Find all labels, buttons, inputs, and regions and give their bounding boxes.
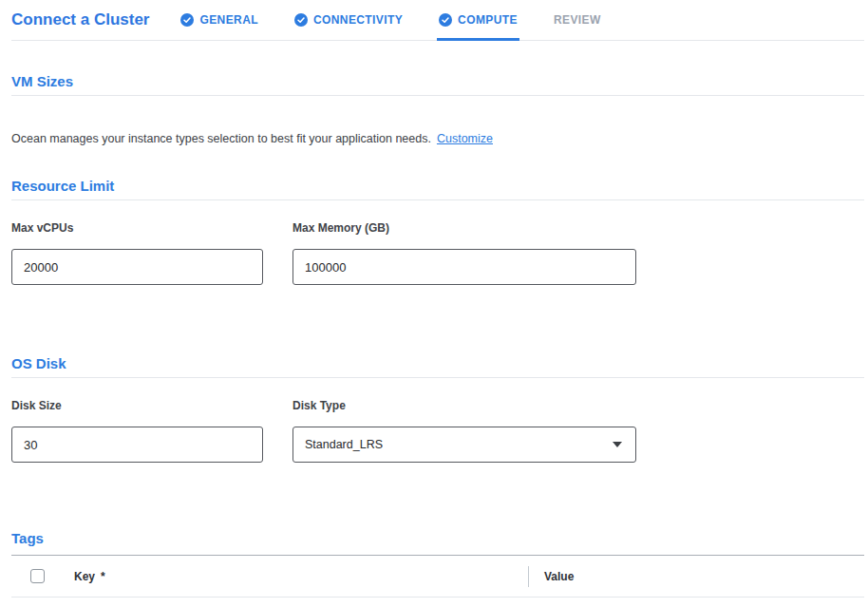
resource-limit-heading: Resource Limit: [11, 179, 864, 200]
max-memory-input[interactable]: [292, 249, 636, 285]
max-memory-label: Max Memory (GB): [292, 221, 636, 235]
wizard-header: Connect a Cluster GENERAL CONNECTIVITY C…: [11, 0, 864, 41]
select-all-checkbox[interactable]: [30, 569, 45, 583]
tab-label: REVIEW: [554, 13, 601, 27]
required-asterisk: *: [101, 570, 105, 583]
vm-sizes-heading: VM Sizes: [11, 74, 864, 96]
tab-review[interactable]: REVIEW: [554, 0, 601, 40]
tab-label: COMPUTE: [458, 13, 518, 27]
page-title: Connect a Cluster: [11, 10, 149, 29]
tab-compute[interactable]: COMPUTE: [439, 0, 518, 40]
disk-size-label: Disk Size: [11, 399, 263, 412]
key-column-header: Key *: [74, 570, 528, 583]
disk-type-selected-value: Standard_LRS: [305, 438, 383, 451]
tab-label: GENERAL: [199, 13, 257, 27]
disk-type-select[interactable]: Standard_LRS: [292, 427, 636, 463]
connect-cluster-wizard: Connect a Cluster GENERAL CONNECTIVITY C…: [0, 0, 868, 607]
column-divider: [528, 566, 529, 587]
os-disk-heading: OS Disk: [11, 356, 864, 378]
os-disk-fields: Disk Size Disk Type Standard_LRS: [11, 399, 864, 463]
disk-type-label: Disk Type: [292, 399, 636, 412]
tab-label: CONNECTIVITY: [313, 13, 403, 27]
tags-heading: Tags: [11, 531, 864, 556]
disk-type-field-group: Disk Type Standard_LRS: [292, 399, 636, 463]
caret-down-icon: [613, 442, 622, 447]
resource-limit-fields: Max vCPUs Max Memory (GB): [11, 221, 864, 285]
value-column-header: Value: [544, 570, 574, 583]
check-circle-icon: [180, 13, 194, 27]
tab-general[interactable]: GENERAL: [180, 0, 257, 40]
key-header-label: Key: [74, 570, 95, 583]
check-circle-icon: [439, 13, 452, 27]
customize-link[interactable]: Customize: [437, 132, 493, 145]
disk-size-input[interactable]: [11, 427, 263, 463]
max-memory-field-group: Max Memory (GB): [292, 221, 636, 285]
vm-sizes-description: Ocean manages your instance types select…: [11, 132, 864, 145]
disk-size-field-group: Disk Size: [11, 399, 263, 463]
max-vcpus-label: Max vCPUs: [11, 221, 263, 235]
tags-table-header: Key * Value: [11, 556, 864, 598]
tab-connectivity[interactable]: CONNECTIVITY: [294, 0, 403, 40]
max-vcpus-input[interactable]: [11, 249, 263, 285]
check-circle-icon: [294, 13, 308, 27]
max-vcpus-field-group: Max vCPUs: [11, 221, 263, 285]
description-text: Ocean manages your instance types select…: [11, 132, 431, 145]
wizard-step-tabs: GENERAL CONNECTIVITY COMPUTE REVIEW: [180, 0, 600, 40]
